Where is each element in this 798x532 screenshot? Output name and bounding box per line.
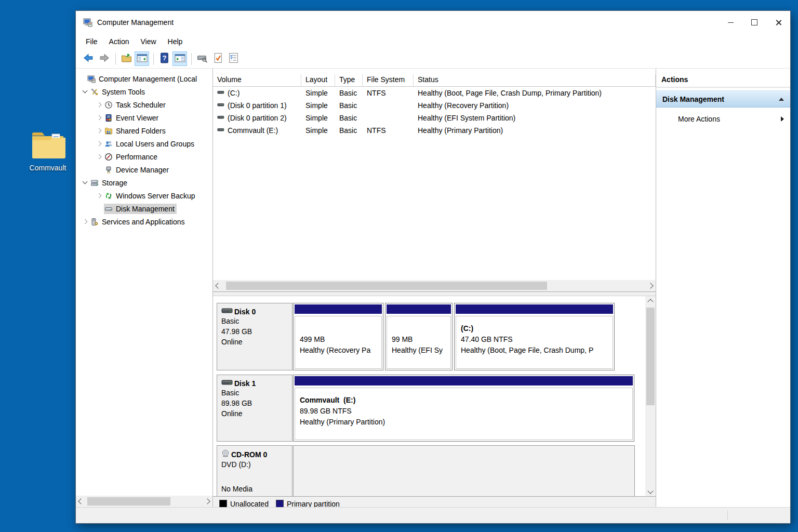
disk-management-view: VolumeLayoutTypeFile SystemStatus (C:)Si… bbox=[213, 69, 656, 507]
tree-item-device-manager[interactable]: Device Manager bbox=[76, 163, 212, 176]
disk-row-disk-0: Disk 0Basic47.98 GBOnline499 MBHealthy (… bbox=[217, 303, 644, 370]
chevron-right-icon[interactable] bbox=[95, 153, 104, 161]
tree-item-storage[interactable]: Storage bbox=[76, 176, 212, 189]
disk-label[interactable]: CD-ROM 0DVD (D:)No Media bbox=[217, 445, 292, 496]
tree-item-computer-management-local[interactable]: Computer Management (Local bbox=[76, 72, 212, 85]
actions-group-disk-management[interactable]: Disk Management bbox=[656, 90, 790, 108]
pane-splitter[interactable] bbox=[213, 291, 656, 296]
tree-item-label: Windows Server Backup bbox=[116, 192, 195, 200]
minimize-button[interactable] bbox=[719, 11, 742, 34]
chevron-right-icon[interactable] bbox=[95, 140, 104, 148]
tree-item-label: Event Viewer bbox=[116, 114, 158, 122]
column-header-type[interactable]: Type bbox=[335, 74, 363, 87]
scrollbar-thumb[interactable] bbox=[87, 497, 170, 506]
close-button[interactable] bbox=[766, 11, 790, 34]
disk-label[interactable]: Disk 1Basic89.98 GBOnline bbox=[217, 375, 292, 442]
column-header-status[interactable]: Status bbox=[414, 74, 656, 87]
scrollbar-thumb[interactable] bbox=[226, 282, 547, 290]
tree-item-local-users-and-groups[interactable]: Local Users and Groups bbox=[76, 137, 212, 150]
disk-status: Online bbox=[221, 408, 289, 419]
submenu-arrow-icon bbox=[781, 116, 784, 122]
column-header-layout[interactable]: Layout bbox=[301, 74, 335, 87]
desktop-icon-commvault[interactable]: Commvault bbox=[23, 131, 73, 172]
check-document-button[interactable] bbox=[210, 51, 225, 66]
menu-view[interactable]: View bbox=[135, 35, 162, 48]
maximize-button[interactable] bbox=[742, 11, 766, 34]
tree-item-shared-folders[interactable]: Shared Folders bbox=[76, 124, 212, 137]
disk-drive-icon bbox=[221, 307, 234, 316]
help-icon: ? bbox=[159, 52, 170, 65]
volume-row[interactable]: Commvault (E:)SimpleBasicNTFSHealthy (Pr… bbox=[213, 124, 656, 137]
tree-item-services-and-applications[interactable]: Services and Applications bbox=[76, 215, 212, 228]
tree-item-windows-server-backup[interactable]: Windows Server Backup bbox=[76, 189, 212, 202]
scrollbar-thumb[interactable] bbox=[646, 308, 655, 405]
partition[interactable]: Commvault (E:)89.98 GB NTFSHealthy (Prim… bbox=[293, 375, 634, 442]
tree-item-task-scheduler[interactable]: Task Scheduler bbox=[76, 98, 212, 111]
task-list-button[interactable] bbox=[226, 51, 241, 66]
partition[interactable]: 499 MBHealthy (Recovery Pa bbox=[293, 303, 383, 370]
chevron-down-icon[interactable] bbox=[81, 179, 90, 187]
disk-mgmt-icon bbox=[104, 205, 113, 213]
partition[interactable]: (C:)47.40 GB NTFSHealthy (Boot, Page Fil… bbox=[454, 303, 615, 370]
volume-row[interactable]: (C:)SimpleBasicNTFSHealthy (Boot, Page F… bbox=[213, 87, 656, 99]
column-header-volume[interactable]: Volume bbox=[213, 74, 301, 87]
scroll-right-icon[interactable] bbox=[647, 280, 656, 291]
collapse-icon[interactable] bbox=[779, 98, 784, 101]
shared-folders-icon bbox=[104, 127, 113, 135]
volume-list-horizontal-scrollbar[interactable] bbox=[213, 280, 656, 291]
chevron-right-icon[interactable] bbox=[81, 218, 90, 226]
tree-item-performance[interactable]: Performance bbox=[76, 150, 212, 163]
tree-item-label: Storage bbox=[102, 179, 127, 187]
empty-media-area[interactable] bbox=[293, 445, 635, 496]
scroll-left-icon[interactable] bbox=[213, 280, 222, 291]
back-button[interactable] bbox=[81, 51, 96, 66]
app-icon bbox=[83, 18, 92, 27]
scroll-down-icon[interactable] bbox=[645, 487, 656, 496]
volume-type: Basic bbox=[335, 114, 363, 122]
show-console-tree-button[interactable] bbox=[135, 51, 149, 66]
menu-file[interactable]: File bbox=[80, 35, 103, 48]
volume-name: (Disk 0 partition 2) bbox=[228, 114, 287, 122]
scroll-up-icon[interactable] bbox=[645, 296, 656, 305]
tree-horizontal-scrollbar[interactable] bbox=[76, 496, 212, 507]
tree-item-event-viewer[interactable]: Event Viewer bbox=[76, 111, 212, 124]
volume-row[interactable]: (Disk 0 partition 2)SimpleBasicHealthy (… bbox=[213, 112, 656, 124]
forward-button[interactable] bbox=[97, 51, 111, 66]
chevron-down-icon[interactable] bbox=[81, 88, 90, 96]
disk-type: Basic bbox=[221, 316, 289, 326]
disk-label[interactable]: Disk 0Basic47.98 GBOnline bbox=[217, 303, 292, 370]
disk-status: No Media bbox=[221, 484, 289, 494]
menu-help[interactable]: Help bbox=[162, 35, 189, 48]
graphical-view-vertical-scrollbar[interactable] bbox=[645, 296, 656, 496]
menu-action[interactable]: Action bbox=[103, 35, 135, 48]
partition[interactable]: 99 MBHealthy (EFI Sy bbox=[385, 303, 453, 370]
main-content: Computer Management (LocalSystem ToolsTa… bbox=[76, 68, 790, 507]
scroll-right-icon[interactable] bbox=[204, 496, 212, 507]
chevron-right-icon[interactable] bbox=[95, 101, 104, 109]
more-actions-item[interactable]: More Actions bbox=[656, 111, 790, 127]
drive-properties-button[interactable] bbox=[195, 51, 209, 66]
partition-title: (C:) bbox=[461, 323, 613, 334]
task-list-icon bbox=[228, 52, 239, 65]
actions-panel: Actions Disk Management More Actions bbox=[656, 69, 790, 507]
maximize-icon bbox=[751, 19, 757, 25]
chevron-right-icon[interactable] bbox=[95, 127, 104, 135]
disk-type: Basic bbox=[221, 388, 289, 398]
help-button[interactable]: ? bbox=[157, 51, 171, 66]
volume-row[interactable]: (Disk 0 partition 1)SimpleBasicHealthy (… bbox=[213, 99, 656, 112]
toolbar-separator bbox=[153, 53, 154, 65]
show-action-pane-button[interactable] bbox=[172, 51, 187, 66]
volume-layout: Simple bbox=[301, 89, 335, 97]
export-list-button[interactable] bbox=[119, 51, 134, 66]
tree-item-label: Shared Folders bbox=[116, 127, 166, 135]
chevron-right-icon[interactable] bbox=[95, 114, 104, 122]
tree-item-disk-management[interactable]: Disk Management bbox=[76, 202, 212, 215]
device-manager-icon bbox=[104, 166, 113, 174]
chevron-right-icon[interactable] bbox=[95, 192, 104, 200]
backup-icon bbox=[104, 192, 113, 200]
tree-item-system-tools[interactable]: System Tools bbox=[76, 85, 212, 98]
column-header-file-system[interactable]: File System bbox=[363, 74, 414, 87]
titlebar[interactable]: Computer Management bbox=[76, 11, 790, 34]
scroll-left-icon[interactable] bbox=[76, 496, 85, 507]
tree-item-label: Performance bbox=[116, 153, 157, 161]
